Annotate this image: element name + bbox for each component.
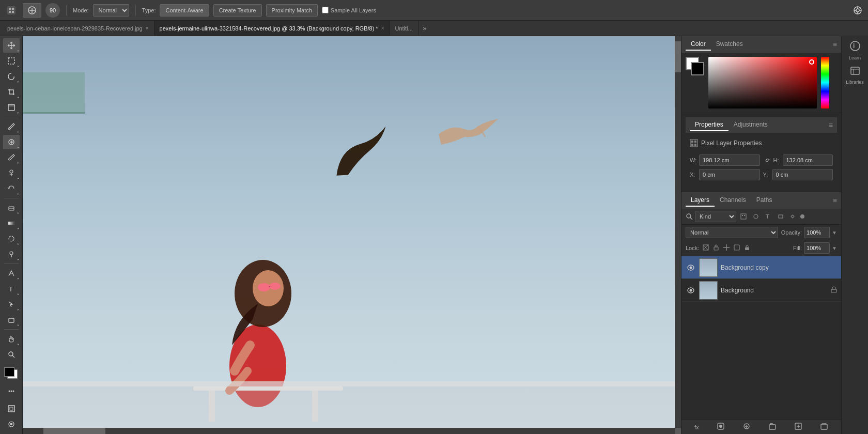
scrollbar-horizontal[interactable] — [23, 428, 675, 434]
width-input[interactable] — [699, 154, 760, 166]
filter-dot[interactable] — [800, 214, 804, 219]
sample-all-layers-checkbox[interactable] — [322, 7, 329, 13]
lock-all-icon[interactable] — [743, 244, 751, 253]
background-color[interactable] — [691, 62, 704, 75]
scrollbar-v-thumb[interactable] — [675, 41, 681, 72]
lock-artboard-icon[interactable] — [733, 244, 740, 253]
layer-new-btn[interactable] — [794, 422, 802, 432]
sample-all-layers-wrap[interactable]: Sample All Layers — [322, 7, 376, 13]
properties-panel-menu[interactable]: ≡ — [829, 121, 833, 129]
color-gradient-picker[interactable] — [708, 57, 817, 109]
layer-adjustment-btn[interactable] — [742, 422, 751, 432]
opacity-arrow[interactable]: ▼ — [832, 230, 837, 236]
learn-btn[interactable]: i Learn — [843, 40, 867, 60]
pen-tool[interactable]: ▸ — [3, 266, 20, 281]
h-label: H: — [773, 157, 781, 163]
hue-slider[interactable] — [821, 57, 829, 109]
filter-adjustment-icon[interactable] — [751, 211, 761, 222]
filter-pixel-icon[interactable] — [738, 211, 749, 222]
color-swatches[interactable] — [3, 367, 20, 382]
fill-input[interactable] — [804, 242, 830, 254]
tab-more[interactable]: » — [419, 21, 431, 36]
gradient-tool[interactable]: ▸ — [3, 216, 20, 230]
hand-tool[interactable]: ▸ — [3, 332, 20, 346]
create-texture-btn[interactable]: Create Texture — [213, 4, 262, 17]
layer-fx-btn[interactable]: fx — [694, 424, 699, 430]
marquee-tool[interactable]: ▸ — [3, 54, 20, 68]
x-input[interactable] — [699, 169, 760, 180]
canvas-area[interactable] — [23, 36, 681, 434]
lasso-tool[interactable]: ▸ — [3, 69, 20, 84]
foreground-color-swatch[interactable] — [4, 367, 14, 377]
layer-item-background-copy[interactable]: Background copy — [681, 256, 841, 279]
more-tools-btn[interactable] — [3, 384, 20, 398]
eraser-tool[interactable]: ▸ — [3, 200, 20, 215]
lock-pixels-icon[interactable] — [712, 244, 720, 253]
building-element — [23, 72, 85, 114]
spot-heal-tool[interactable]: ▸ — [3, 135, 20, 149]
scrollbar-h-thumb[interactable] — [43, 428, 105, 434]
mode-select[interactable]: Normal — [93, 4, 129, 17]
path-select-tool[interactable]: ▸ — [3, 297, 20, 312]
layer-group-btn[interactable] — [768, 422, 777, 432]
layer-mask-btn[interactable] — [717, 422, 725, 432]
layer-visibility-1[interactable] — [686, 262, 696, 273]
layer-visibility-2[interactable] — [686, 285, 696, 296]
frame-tool[interactable]: ▸ — [3, 100, 20, 115]
opacity-input[interactable] — [804, 227, 830, 238]
scrollbar-vertical[interactable] — [675, 36, 681, 428]
eyedropper-tool[interactable]: ▸ — [3, 119, 20, 134]
proximity-match-btn[interactable]: Proximity Match — [266, 4, 318, 17]
content-aware-btn[interactable]: Content-Aware — [160, 4, 209, 17]
crop-tool[interactable]: ▸ — [3, 85, 20, 99]
libraries-btn[interactable]: Libraries — [843, 65, 867, 85]
tab-3[interactable]: Untitl... — [390, 21, 419, 36]
move-tool[interactable]: ▸ — [3, 38, 20, 53]
blend-mode-select[interactable]: Normal — [686, 227, 778, 238]
brush-tool[interactable]: ▸ — [3, 150, 20, 165]
adjustments-tab[interactable]: Adjustments — [729, 119, 773, 131]
type-tool[interactable]: T ▸ — [3, 282, 20, 296]
channels-tab[interactable]: Channels — [715, 194, 751, 207]
color-tab[interactable]: Color — [686, 38, 711, 51]
home-icon[interactable] — [4, 3, 19, 18]
history-brush-tool[interactable]: ▸ — [3, 181, 20, 196]
zoom-tool[interactable] — [3, 347, 20, 362]
layer-delete-btn[interactable] — [820, 422, 828, 432]
paths-tab[interactable]: Paths — [751, 194, 778, 207]
fill-arrow[interactable]: ▼ — [832, 245, 837, 251]
target-icon[interactable] — [851, 4, 864, 17]
filter-smart-icon[interactable] — [788, 211, 798, 222]
tab-2[interactable]: pexels-jermaine-ulinwa-3321584-Recovered… — [154, 21, 390, 36]
canvas-rotate-tool[interactable] — [3, 417, 20, 431]
swatches-tab[interactable]: Swatches — [711, 38, 748, 51]
layers-panel-menu[interactable]: ≡ — [833, 196, 837, 205]
learn-icon: i — [849, 40, 861, 54]
lock-position-icon[interactable] — [723, 244, 730, 253]
lock-transparent-icon[interactable] — [702, 244, 709, 253]
layers-tab[interactable]: Layers — [686, 194, 715, 207]
svg-rect-55 — [744, 215, 745, 216]
filter-kind-select[interactable]: Kind — [695, 211, 736, 222]
fg-bg-colors[interactable] — [686, 57, 704, 75]
color-panel-menu[interactable]: ≡ — [833, 40, 837, 49]
brush-size-badge[interactable]: 90 — [45, 3, 60, 18]
properties-tab[interactable]: Properties — [690, 119, 729, 131]
frame-artwork-tool[interactable] — [3, 401, 20, 416]
filter-type-icon[interactable]: T — [763, 211, 773, 222]
tab-1-close[interactable]: × — [146, 25, 149, 31]
link-icon[interactable] — [763, 155, 771, 165]
blur-tool[interactable]: ▸ — [3, 231, 20, 246]
shape-tool[interactable]: ▸ — [3, 313, 20, 327]
tab-1[interactable]: pexels-ion-ceban-ionelceban-2929835-Reco… — [2, 21, 154, 36]
layer-item-background[interactable]: Background — [681, 279, 841, 302]
height-input[interactable] — [783, 154, 833, 166]
toolbar-sep-3 — [4, 264, 19, 264]
tab-2-close[interactable]: × — [381, 25, 384, 31]
filter-shape-icon[interactable] — [776, 211, 786, 222]
canvas-image[interactable] — [23, 36, 675, 428]
dodge-tool[interactable]: ▸ — [3, 247, 20, 261]
clone-stamp-tool[interactable]: ▸ — [3, 166, 20, 180]
heal-tool-icon[interactable] — [23, 3, 41, 18]
y-input[interactable] — [772, 169, 833, 180]
